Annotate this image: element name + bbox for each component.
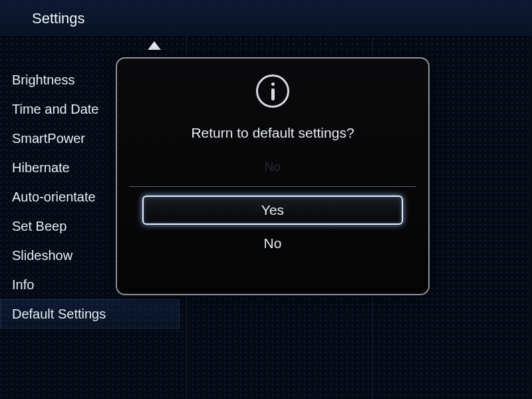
- info-icon: [256, 74, 289, 108]
- sidebar-item-label: Brightness: [12, 72, 75, 88]
- option-label: Yes: [261, 202, 284, 218]
- dialog-option-no[interactable]: No: [142, 230, 403, 257]
- sidebar-item-label: SmartPower: [12, 131, 85, 146]
- sidebar-item-label: Default Settings: [12, 307, 106, 322]
- sidebar-item-label: Info: [12, 277, 34, 293]
- sidebar-item-label: Hibernate: [12, 160, 70, 176]
- title-bar: Settings: [0, 0, 532, 37]
- dialog-prompt: Return to default settings?: [117, 125, 428, 141]
- sidebar-item-label: Set Beep: [12, 219, 66, 234]
- sidebar-item-label: Slideshow: [12, 248, 72, 263]
- option-label: No: [264, 235, 282, 251]
- sidebar-item-label: Auto-orientate: [12, 190, 96, 205]
- settings-screen: Settings Brightness Time and Date SmartP…: [0, 0, 532, 399]
- sidebar-item-default-settings[interactable]: Default Settings: [0, 299, 180, 329]
- dialog-divider: [129, 186, 416, 187]
- sidebar-item-label: Time and Date: [12, 102, 98, 117]
- page-title: Settings: [32, 10, 85, 27]
- scroll-up-icon[interactable]: [148, 41, 161, 50]
- dialog-ghost-label: No: [117, 160, 428, 174]
- confirm-dialog: Return to default settings? No Yes No: [116, 57, 430, 295]
- dialog-option-yes[interactable]: Yes: [142, 196, 403, 225]
